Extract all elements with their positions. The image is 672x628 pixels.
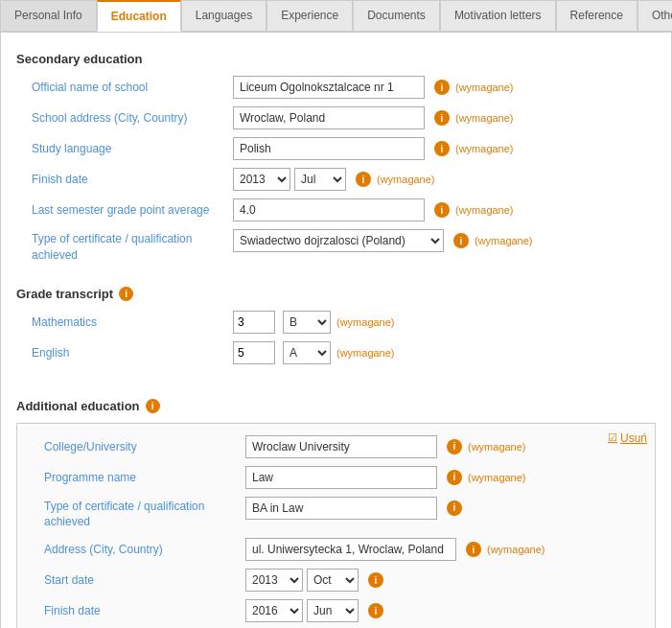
main-content: Secondary education Official name of sch… bbox=[0, 33, 672, 628]
math-grade-row: Mathematics BACDEF (wymagane) bbox=[16, 311, 656, 334]
add-finish-month-select[interactable]: JunJanFebMarAprMayJulAugSepOctNovDec bbox=[307, 599, 359, 622]
cert-required-text: (wymagane) bbox=[475, 235, 533, 246]
english-grade-row: English ABCDEF (wymagane) bbox=[16, 341, 656, 364]
school-address-label: School address (City, Country) bbox=[32, 111, 233, 125]
add-address-input-group: i (wymagane) bbox=[245, 538, 545, 561]
school-name-required-icon: i bbox=[434, 80, 450, 95]
programme-group: Programme name i (wymagane) bbox=[29, 466, 643, 489]
additional-education-box: ☑ Usuń College/University i (wymagane) P… bbox=[16, 423, 656, 628]
university-input-group: i (wymagane) bbox=[245, 435, 526, 458]
tab-reference[interactable]: Reference bbox=[556, 0, 637, 31]
start-date-input-group: 20132012201420112015 OctJanFebMarAprMayJ… bbox=[245, 569, 383, 592]
study-language-required-text: (wymagane) bbox=[455, 143, 514, 154]
programme-required-text: (wymagane) bbox=[468, 472, 526, 483]
math-grade-select[interactable]: BACDEF bbox=[283, 311, 331, 334]
add-cert-group: Type of certificate / qualification achi… bbox=[29, 497, 643, 531]
math-grade-group: BACDEF (wymagane) bbox=[233, 311, 395, 334]
tab-other-info[interactable]: Other Info bbox=[637, 0, 672, 31]
gpa-required-icon: i bbox=[434, 202, 450, 218]
additional-education-title: Additional education i bbox=[16, 399, 656, 413]
school-address-input-group: i (wymagane) bbox=[233, 106, 514, 129]
add-finish-date-group: Finish date 20162015201720142018 JunJanF… bbox=[29, 599, 643, 622]
cert-select[interactable]: Swiadectwo dojrzalosci (Poland) bbox=[233, 229, 444, 252]
tab-bar: Personal Info Education Languages Experi… bbox=[0, 0, 672, 33]
add-cert-label: Type of certificate / qualification achi… bbox=[44, 497, 245, 531]
school-name-required-text: (wymagane) bbox=[455, 81, 514, 93]
university-required-text: (wymagane) bbox=[468, 441, 526, 453]
grade-transcript-title: Grade transcript i bbox=[16, 287, 656, 301]
programme-required-icon: i bbox=[447, 470, 462, 485]
finish-date-required-icon: i bbox=[356, 172, 371, 187]
finish-date-required-text: (wymagane) bbox=[377, 174, 435, 185]
gpa-input[interactable] bbox=[233, 198, 425, 221]
add-address-label: Address (City, Country) bbox=[44, 543, 245, 556]
gpa-required-text: (wymagane) bbox=[455, 204, 514, 216]
cert-group: Type of certificate / qualification achi… bbox=[16, 229, 656, 264]
tab-personal-info[interactable]: Personal Info bbox=[0, 0, 97, 31]
add-cert-input[interactable] bbox=[245, 497, 437, 520]
start-date-required-icon: i bbox=[368, 572, 383, 588]
english-score-input[interactable] bbox=[233, 341, 275, 364]
finish-year-select[interactable]: 20132012201420112015 bbox=[233, 168, 290, 191]
start-month-select[interactable]: OctJanFebMarAprMayJunJulAugSepNovDec bbox=[307, 569, 359, 592]
finish-month-select[interactable]: JulJanFebMarAprMayJunAugSepOctNovDec bbox=[294, 168, 346, 191]
cert-required-icon: i bbox=[453, 233, 469, 248]
programme-input[interactable] bbox=[245, 466, 437, 489]
english-grade-select[interactable]: ABCDEF bbox=[283, 341, 331, 364]
tab-education[interactable]: Education bbox=[97, 0, 181, 32]
finish-date-group: Finish date 20132012201420112015 JulJanF… bbox=[16, 168, 656, 191]
english-required-text: (wymagane) bbox=[336, 347, 395, 359]
gpa-label: Last semester grade point average bbox=[32, 203, 233, 217]
university-input[interactable] bbox=[245, 435, 437, 458]
gpa-input-group: i (wymagane) bbox=[233, 198, 514, 221]
programme-label: Programme name bbox=[44, 471, 245, 484]
secondary-education-title: Secondary education bbox=[16, 52, 656, 66]
math-score-input[interactable] bbox=[233, 311, 275, 334]
add-address-input[interactable] bbox=[245, 538, 456, 561]
gpa-group: Last semester grade point average i (wym… bbox=[16, 198, 656, 221]
study-language-input[interactable] bbox=[233, 137, 425, 160]
cert-label: Type of certificate / qualification achi… bbox=[32, 229, 233, 264]
finish-date-label: Finish date bbox=[32, 173, 233, 186]
school-name-group: Official name of school i (wymagane) bbox=[16, 76, 656, 99]
add-finish-date-label: Finish date bbox=[44, 604, 245, 617]
school-name-input[interactable] bbox=[233, 76, 425, 99]
tab-motivation[interactable]: Motivation letters bbox=[440, 0, 556, 31]
math-required-text: (wymagane) bbox=[336, 316, 395, 328]
study-language-label: Study language bbox=[32, 142, 233, 155]
add-cert-required-icon: i bbox=[447, 500, 462, 516]
school-address-required-text: (wymagane) bbox=[455, 112, 514, 124]
start-date-label: Start date bbox=[44, 573, 245, 587]
remove-university-button[interactable]: ☑ Usuń bbox=[608, 431, 647, 445]
tab-languages[interactable]: Languages bbox=[181, 0, 266, 31]
school-address-required-icon: i bbox=[434, 110, 450, 126]
add-address-group: Address (City, Country) i (wymagane) bbox=[29, 538, 643, 561]
add-address-required-text: (wymagane) bbox=[487, 544, 545, 555]
english-label: English bbox=[32, 346, 233, 360]
english-grade-group: ABCDEF (wymagane) bbox=[233, 341, 395, 364]
tab-experience[interactable]: Experience bbox=[266, 0, 353, 31]
study-language-required-icon: i bbox=[434, 141, 450, 156]
school-name-input-group: i (wymagane) bbox=[233, 76, 514, 99]
study-language-group: Study language i (wymagane) bbox=[16, 137, 656, 160]
grade-transcript-info-icon: i bbox=[119, 287, 133, 301]
add-cert-input-group: i bbox=[245, 497, 462, 520]
cert-input-group: Swiadectwo dojrzalosci (Poland) i (wymag… bbox=[233, 229, 533, 252]
university-group: College/University i (wymagane) bbox=[29, 435, 643, 458]
university-required-icon: i bbox=[447, 439, 462, 454]
add-finish-date-required-icon: i bbox=[368, 603, 383, 618]
start-date-group: Start date 20132012201420112015 OctJanFe… bbox=[29, 569, 643, 592]
math-label: Mathematics bbox=[32, 315, 233, 329]
add-address-required-icon: i bbox=[466, 542, 481, 557]
tab-documents[interactable]: Documents bbox=[353, 0, 440, 31]
study-language-input-group: i (wymagane) bbox=[233, 137, 514, 160]
school-name-label: Official name of school bbox=[32, 81, 233, 94]
additional-education-info-icon: i bbox=[146, 399, 160, 413]
add-finish-year-select[interactable]: 20162015201720142018 bbox=[245, 599, 303, 622]
finish-date-input-group: 20132012201420112015 JulJanFebMarAprMayJ… bbox=[233, 168, 435, 191]
start-year-select[interactable]: 20132012201420112015 bbox=[245, 569, 303, 592]
school-address-input[interactable] bbox=[233, 106, 425, 129]
programme-input-group: i (wymagane) bbox=[245, 466, 526, 489]
school-address-group: School address (City, Country) i (wymaga… bbox=[16, 106, 656, 129]
university-label: College/University bbox=[44, 440, 245, 454]
